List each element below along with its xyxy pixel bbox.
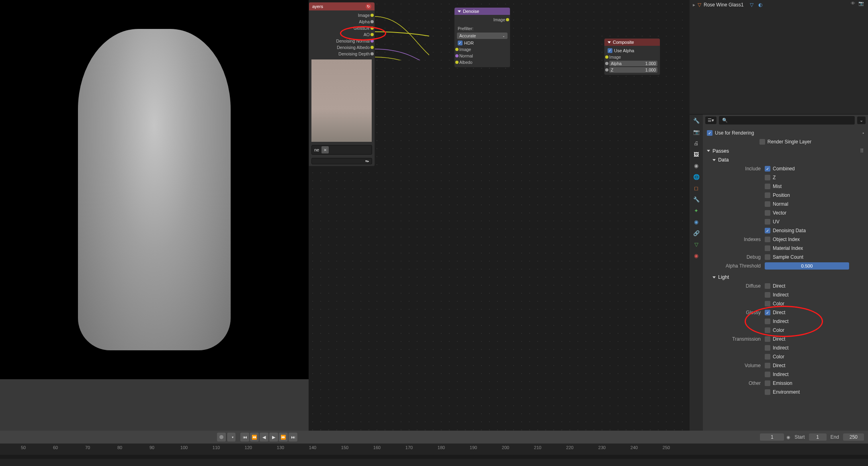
material-index-checkbox[interactable] <box>765 245 770 251</box>
mist-checkbox[interactable] <box>765 184 770 189</box>
timeline[interactable]: ▾ ⏮ ⏪ ◀ ▶ ⏩ ⏭ 1 ◉ Start 1 End 250 50 60 … <box>0 431 868 466</box>
render-refresh-icon[interactable]: ↻ <box>366 4 371 9</box>
debug-label: Debug <box>712 254 765 260</box>
current-frame: 1 <box>771 434 774 440</box>
data-section[interactable]: Data <box>712 155 864 164</box>
collapse-icon[interactable] <box>608 41 611 43</box>
display-mode-dropdown[interactable]: ☰▾ <box>705 117 717 124</box>
collapse-icon[interactable] <box>458 10 461 12</box>
options-dropdown[interactable]: ⌄ <box>857 117 866 124</box>
volume-direct-checkbox[interactable] <box>765 363 770 368</box>
end-frame-field[interactable]: 250 <box>843 433 864 441</box>
tick: 250 <box>663 445 670 450</box>
transmission-label: Transmission <box>712 336 765 342</box>
render-single-checkbox[interactable] <box>760 139 765 145</box>
render-camera-icon[interactable]: 📷 <box>858 1 864 6</box>
current-frame-field[interactable]: 1 <box>760 433 784 441</box>
timeline-ruler[interactable]: 50 60 70 80 90 100 110 120 130 140 150 1… <box>0 444 868 455</box>
denoise-node[interactable]: Denoise Image Prefilter: Accurate ⌄ ✓ HD… <box>454 7 510 67</box>
check-icon: ✓ <box>608 48 612 53</box>
comp-alpha-field[interactable]: Alpha 1.000 <box>609 61 657 66</box>
render-layers-node[interactable]: ayers ↻ Image Alpha GlossDir AO Denoisin… <box>309 2 375 166</box>
scene-clear-icon[interactable]: ✕ <box>321 146 329 153</box>
environment-checkbox[interactable] <box>765 389 770 395</box>
options-icon[interactable]: • <box>862 131 864 135</box>
diffuse-color-checkbox[interactable] <box>765 301 770 307</box>
composite-node[interactable]: Composite ✓ Use Alpha Image Alpha 1.000 … <box>604 38 660 75</box>
keyframe-next-button[interactable]: ⏩ <box>279 433 288 441</box>
alpha-threshold-slider[interactable]: 0.500 <box>765 262 849 270</box>
modifier-tab-icon[interactable]: 🔧 <box>693 196 700 203</box>
mesh-data-icon[interactable]: ▽ <box>750 2 753 8</box>
tick: 210 <box>534 445 541 450</box>
glossy-color-checkbox[interactable] <box>765 327 770 333</box>
combined-checkbox[interactable]: ✓ <box>765 166 770 172</box>
glossy-indirect-checkbox[interactable] <box>765 319 770 324</box>
outliner[interactable]: ▸ ▽ Rose Wine Glass1 ▽ ◐ 👁 📷 <box>690 0 868 114</box>
search-icon: 🔍 <box>722 118 728 123</box>
viewlayer-selector[interactable]: ▾▸ <box>311 158 372 164</box>
normal-checkbox[interactable] <box>765 201 770 207</box>
passes-section[interactable]: Passes ⠿ <box>707 146 864 155</box>
transmission-indirect-checkbox[interactable] <box>765 345 770 351</box>
sample-count-checkbox[interactable] <box>765 254 770 260</box>
keyframe-prev-button[interactable]: ⏪ <box>250 433 259 441</box>
scene-selector[interactable]: ne ✕ <box>311 145 372 155</box>
visibility-eye-icon[interactable]: 👁 <box>851 1 855 6</box>
include-label: Include <box>712 166 765 172</box>
render-tab-icon[interactable]: 📷 <box>693 128 700 135</box>
outliner-item[interactable]: ▸ ▽ Rose Wine Glass1 ▽ ◐ <box>693 2 865 8</box>
prefilter-dropdown[interactable]: Accurate ⌄ <box>457 33 508 39</box>
position-checkbox[interactable] <box>765 192 770 198</box>
timeline-track[interactable] <box>0 455 868 459</box>
diffuse-direct-checkbox[interactable] <box>765 283 770 289</box>
use-rendering-checkbox[interactable]: ✓ <box>707 130 712 136</box>
viewlayer-tab-icon[interactable]: 🖼 <box>693 151 700 158</box>
properties-search[interactable]: 🔍 <box>719 116 855 125</box>
composite-header[interactable]: Composite <box>604 39 660 46</box>
play-button[interactable]: ▶ <box>269 433 278 441</box>
start-frame-field[interactable]: 1 <box>809 433 827 441</box>
search-input[interactable] <box>730 117 852 123</box>
hdr-checkbox[interactable]: ✓ HDR <box>457 40 508 46</box>
physics-tab-icon[interactable]: ◉ <box>693 218 700 225</box>
auto-keying-button[interactable] <box>217 433 226 441</box>
uv-checkbox[interactable] <box>765 219 770 225</box>
auto-keying-dropdown[interactable]: ▾ <box>227 433 235 441</box>
glossy-direct-checkbox[interactable]: ✓ <box>765 310 770 315</box>
z-checkbox[interactable] <box>765 175 770 180</box>
volume-indirect-checkbox[interactable] <box>765 372 770 377</box>
expand-icon[interactable]: ▸ <box>693 2 695 8</box>
constraint-tab-icon[interactable]: 🔗 <box>693 229 700 237</box>
object-tab-icon[interactable]: ◻ <box>693 184 700 192</box>
comp-z-field[interactable]: Z 1.000 <box>609 67 657 73</box>
section-menu-icon[interactable]: ⠿ <box>860 148 864 154</box>
environment-label: Environment <box>773 389 800 395</box>
jump-end-button[interactable]: ⏭ <box>289 433 297 441</box>
vector-checkbox[interactable] <box>765 210 770 216</box>
material-tab-icon[interactable]: ◉ <box>693 252 700 259</box>
material-icon[interactable]: ◐ <box>758 2 762 8</box>
tool-tab-icon[interactable]: 🔧 <box>693 117 700 124</box>
compositor-node-editor[interactable]: ayers ↻ Image Alpha GlossDir AO Denoisin… <box>309 0 690 431</box>
use-alpha-checkbox[interactable]: ✓ Use Alpha <box>607 47 657 54</box>
play-reverse-button[interactable]: ◀ <box>260 433 268 441</box>
particle-tab-icon[interactable]: ✦ <box>693 207 700 214</box>
object-index-checkbox[interactable] <box>765 237 770 242</box>
scene-tab-icon[interactable]: ◉ <box>693 162 700 169</box>
jump-start-button[interactable]: ⏮ <box>240 433 249 441</box>
denoising-data-checkbox[interactable]: ✓ <box>765 228 770 233</box>
volume-indirect-label: Indirect <box>773 372 788 377</box>
render-viewport[interactable] <box>0 0 309 379</box>
emission-checkbox[interactable] <box>765 380 770 386</box>
transmission-direct-checkbox[interactable] <box>765 336 770 342</box>
world-tab-icon[interactable]: 🌐 <box>693 173 700 180</box>
data-tab-icon[interactable]: ▽ <box>693 241 700 248</box>
render-layers-header[interactable]: ayers ↻ <box>309 2 375 10</box>
stopwatch-icon[interactable]: ◉ <box>786 435 790 440</box>
denoise-header[interactable]: Denoise <box>454 8 510 15</box>
transmission-color-checkbox[interactable] <box>765 354 770 360</box>
output-tab-icon[interactable]: 🖨 <box>693 139 700 147</box>
diffuse-indirect-checkbox[interactable] <box>765 292 770 298</box>
light-section[interactable]: Light <box>712 273 864 282</box>
